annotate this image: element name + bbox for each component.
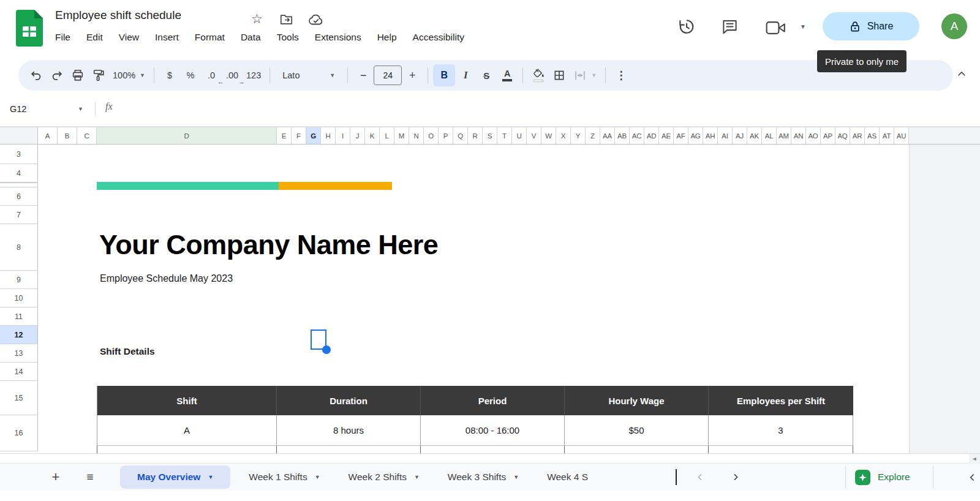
move-folder-icon[interactable] [279, 13, 294, 26]
column-header-L[interactable]: L [380, 127, 394, 144]
paint-format-button[interactable] [88, 64, 109, 86]
hidden-row-5-indicator[interactable] [0, 183, 38, 187]
menu-edit[interactable]: Edit [86, 31, 103, 44]
panel-collapse-chevron-icon[interactable] [963, 468, 980, 486]
column-header-AC[interactable]: AC [630, 127, 644, 144]
column-header-V[interactable]: V [527, 127, 541, 144]
table-header-cell[interactable]: Hourly Wage [565, 386, 709, 415]
menu-file[interactable]: File [55, 31, 70, 44]
spreadsheet-grid[interactable]: 34678910111213141516 Your Company Name H… [0, 145, 980, 454]
column-header-AT[interactable]: AT [880, 127, 894, 144]
decrease-decimals-button[interactable]: .0← [201, 64, 222, 86]
sheet-tab-dropdown-arrow[interactable]: ▼ [315, 474, 320, 480]
redo-button[interactable] [47, 64, 67, 86]
format-currency-button[interactable]: $ [159, 64, 180, 86]
schedule-subtitle-text[interactable]: Employee Schedule May 2023 [100, 273, 233, 284]
column-header-AG[interactable]: AG [688, 127, 703, 144]
bold-button[interactable]: B [433, 64, 455, 86]
row-header-9[interactable]: 9 [0, 271, 38, 289]
column-header-D[interactable]: D [97, 127, 277, 144]
row-header-12[interactable]: 12 [0, 326, 38, 344]
print-button[interactable] [67, 64, 88, 86]
column-header-C[interactable]: C [77, 127, 97, 144]
name-box[interactable]: G12 ▼ [10, 100, 87, 118]
star-icon[interactable]: ☆ [251, 13, 266, 26]
column-header-AI[interactable]: AI [718, 127, 733, 144]
row-header-15[interactable]: 15 [0, 381, 38, 415]
menu-tools[interactable]: Tools [277, 31, 299, 44]
column-header-B[interactable]: B [58, 127, 77, 144]
increase-decimals-button[interactable]: .00→ [222, 64, 243, 86]
column-header-AB[interactable]: AB [615, 127, 630, 144]
row-header-7[interactable]: 7 [0, 206, 38, 224]
decrease-font-size-button[interactable]: − [353, 64, 374, 86]
table-cell[interactable]: A [97, 415, 277, 446]
menu-format[interactable]: Format [195, 31, 225, 44]
column-header-K[interactable]: K [365, 127, 380, 144]
menu-accessibility[interactable]: Accessibility [413, 31, 464, 44]
sheet-tab-week-3-shifts[interactable]: Week 3 Shifts▼ [438, 465, 529, 489]
sheet-tab-dropdown-arrow[interactable]: ▼ [414, 474, 420, 480]
share-button[interactable]: Share [823, 12, 919, 40]
column-header-J[interactable]: J [350, 127, 365, 144]
sheet-tab-dropdown-arrow[interactable]: ▼ [513, 474, 519, 480]
undo-button[interactable] [26, 64, 47, 86]
borders-button[interactable] [549, 64, 570, 86]
increase-font-size-button[interactable]: + [402, 64, 423, 86]
sheets-logo-icon[interactable] [16, 10, 43, 47]
fill-color-button[interactable] [528, 64, 549, 86]
sheet-tab-week-1-shifts[interactable]: Week 1 Shifts▼ [239, 465, 330, 489]
column-header-R[interactable]: R [468, 127, 483, 144]
shift-details-label[interactable]: Shift Details [100, 346, 155, 357]
meet-camera-icon[interactable] [764, 17, 786, 39]
column-header-X[interactable]: X [556, 127, 571, 144]
table-header-cell[interactable]: Employees per Shift [709, 386, 853, 415]
cloud-saved-icon[interactable] [308, 13, 323, 26]
column-header-O[interactable]: O [424, 127, 439, 144]
column-header-AE[interactable]: AE [659, 127, 674, 144]
column-header-AQ[interactable]: AQ [835, 127, 850, 144]
explore-button[interactable]: Explore [855, 467, 910, 488]
menu-extensions[interactable]: Extensions [315, 31, 361, 44]
menu-data[interactable]: Data [241, 31, 261, 44]
all-sheets-menu-button[interactable]: ≡ [81, 470, 99, 484]
table-cell[interactable]: 8 hours [277, 415, 421, 446]
tab-scroll-right-icon[interactable] [726, 468, 745, 486]
column-header-T[interactable]: T [497, 127, 512, 144]
column-header-Q[interactable]: Q [453, 127, 468, 144]
document-title[interactable]: Employee shift schedule [55, 9, 181, 22]
sheet-tab-week-2-shifts[interactable]: Week 2 Shifts▼ [339, 465, 429, 489]
column-header-M[interactable]: M [394, 127, 409, 144]
column-header-AD[interactable]: AD [644, 127, 659, 144]
column-header-U[interactable]: U [512, 127, 527, 144]
horizontal-scrollbar[interactable]: ◄ [0, 454, 980, 464]
column-header-AF[interactable]: AF [674, 127, 688, 144]
font-size-input[interactable]: 24 [374, 66, 402, 85]
comments-icon[interactable] [718, 15, 741, 37]
column-header-AU[interactable]: AU [894, 127, 909, 144]
add-sheet-button[interactable]: + [47, 469, 65, 485]
column-header-Y[interactable]: Y [571, 127, 586, 144]
column-header-P[interactable]: P [439, 127, 453, 144]
table-header-cell[interactable]: Duration [277, 386, 421, 415]
row-header-10[interactable]: 10 [0, 289, 38, 307]
sheet-tab-may-overview[interactable]: May Overview▼ [120, 465, 230, 489]
column-header-AL[interactable]: AL [762, 127, 777, 144]
format-percent-button[interactable]: % [180, 64, 201, 86]
table-header-cell[interactable]: Period [421, 386, 565, 415]
column-header-AR[interactable]: AR [850, 127, 865, 144]
avatar[interactable]: A [941, 13, 967, 39]
row-header-6[interactable]: 6 [0, 187, 38, 206]
sheet-tab-week-4-s[interactable]: Week 4 S [537, 465, 598, 489]
table-header-cell[interactable]: Shift [97, 386, 277, 415]
column-header-G[interactable]: G [306, 127, 321, 144]
row-header-11[interactable]: 11 [0, 307, 38, 326]
column-header-E[interactable]: E [277, 127, 292, 144]
row-header-4[interactable]: 4 [0, 164, 38, 183]
text-color-button[interactable]: A [497, 64, 518, 86]
table-cell[interactable]: 08:00 - 16:00 [421, 415, 565, 446]
company-name-text[interactable]: Your Company Name Here [99, 229, 438, 261]
table-cell[interactable]: 3 [709, 415, 853, 446]
row-header-14[interactable]: 14 [0, 363, 38, 381]
column-header-AH[interactable]: AH [703, 127, 718, 144]
